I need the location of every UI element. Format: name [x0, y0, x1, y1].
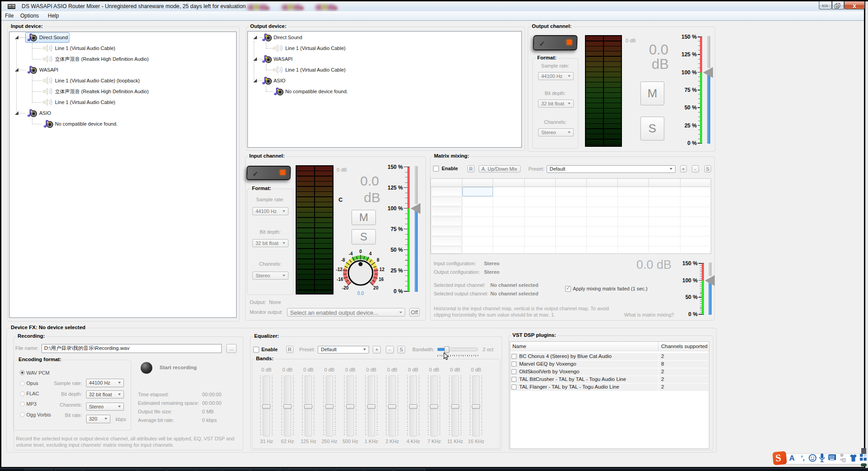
svg-text:-20: -20 — [342, 285, 349, 290]
svg-text:12: 12 — [379, 267, 385, 272]
svg-text:4: 4 — [369, 251, 372, 256]
svg-text:8: 8 — [377, 258, 379, 263]
svg-text:-16: -16 — [337, 277, 343, 282]
svg-text:16: 16 — [379, 277, 384, 282]
svg-text:20: 20 — [373, 285, 379, 290]
svg-text:0: 0 — [359, 249, 362, 254]
svg-text:-12: -12 — [336, 267, 343, 272]
svg-text:-8: -8 — [341, 258, 345, 263]
svg-text:-4: -4 — [349, 251, 353, 256]
